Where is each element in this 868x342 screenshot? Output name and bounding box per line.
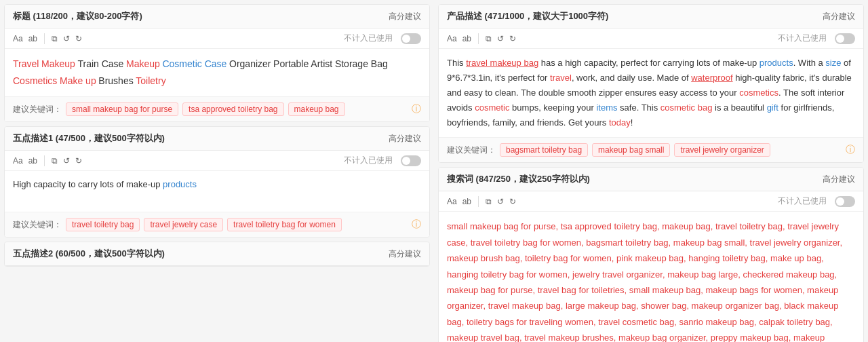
title-word-toiletry: Toiletry [136, 75, 165, 86]
bullet1-info-icon[interactable]: ⓘ [412, 218, 421, 231]
title-panel: 标题 (118/200，建议80-200字符) 高分建议 Aa ab ⧉ ↺ ↻… [4, 4, 430, 122]
bullet1-redo-icon[interactable]: ↻ [75, 156, 82, 166]
title-word-brushes: Brushes [98, 75, 133, 86]
bullet1-content: High capacity to carry lots of make-up p… [5, 171, 429, 212]
bullet1-title: 五点描述1 (47/500，建议500字符以内) [13, 132, 165, 145]
bullet2-title: 五点描述2 (60/500，建议500字符以内) [13, 248, 165, 260]
product-desc-kw-label: 建议关键词： [447, 145, 496, 156]
bullet1-products: products [163, 179, 197, 189]
title-kw-1[interactable]: small makeup bag for purse [66, 102, 178, 116]
title-word-cosmetics: Cosmetics [13, 75, 57, 86]
product-desc-font-ab[interactable]: ab [462, 34, 471, 43]
bullet1-toolbar-sep1 [44, 155, 45, 166]
title-font-aa[interactable]: Aa [13, 34, 23, 43]
title-word-makeup3: Make up [60, 75, 96, 86]
title-content: Travel Makeup Train Case Makeup Cosmetic… [5, 49, 429, 96]
pd-cosmetic3: cosmetic [475, 102, 509, 113]
title-word-organizer: Organizer [229, 58, 271, 69]
main-grid: 标题 (118/200，建议80-200字符) 高分建议 Aa ab ⧉ ↺ ↻… [0, 0, 868, 342]
search-words-font-ab[interactable]: ab [462, 197, 471, 206]
title-word-storage: Storage Bag [335, 58, 388, 69]
title-high-score-btn[interactable]: 高分建议 [389, 11, 421, 22]
search-words-high-score-btn[interactable]: 高分建议 [823, 174, 855, 185]
bullet2-high-score-btn[interactable]: 高分建议 [389, 248, 421, 260]
pd-products: products [760, 58, 793, 68]
title-toolbar-sep1 [44, 33, 45, 44]
search-words-title: 搜索词 (847/250，建议250字符以内) [447, 173, 590, 185]
bullet1-toolbar: Aa ab ⧉ ↺ ↻ 不计入已使用 [5, 151, 429, 171]
pd-size: size [825, 58, 841, 68]
bullet1-copy-icon[interactable]: ⧉ [52, 156, 58, 166]
search-words-sep [478, 196, 479, 207]
title-word-travel: Travel [13, 58, 39, 69]
bullet1-panel: 五点描述1 (47/500，建议500字符以内) 高分建议 Aa ab ⧉ ↺ … [4, 126, 430, 238]
title-word-train: Train Case [77, 58, 123, 69]
title-toolbar: Aa ab ⧉ ↺ ↻ 不计入已使用 [5, 28, 429, 49]
search-words-panel: 搜索词 (847/250，建议250字符以内) 高分建议 Aa ab ⧉ ↺ ↻… [438, 167, 864, 342]
bullet1-kw-3[interactable]: travel toiletry bag for women [227, 218, 342, 231]
product-desc-panel: 产品描述 (471/1000，建议大于1000字符) 高分建议 Aa ab ⧉ … [438, 4, 864, 163]
title-not-count-label: 不计入已使用 [344, 33, 393, 44]
pd-gift: gift [767, 102, 778, 113]
title-font-ab[interactable]: ab [28, 34, 37, 43]
product-desc-font-aa[interactable]: Aa [447, 34, 457, 43]
search-words-content: small makeup bag for purse, tsa approved… [439, 212, 863, 342]
title-toggle[interactable] [401, 33, 421, 44]
product-desc-keywords: 建议关键词： bagsmart toiletry bag makeup bag … [439, 137, 863, 162]
bullet1-kw-1[interactable]: travel toiletry bag [66, 218, 140, 231]
product-desc-header: 产品描述 (471/1000，建议大于1000字符) 高分建议 [439, 5, 863, 28]
product-desc-kw-1[interactable]: bagsmart toiletry bag [500, 143, 588, 157]
sw-text: small makeup bag for purse, tsa approved… [447, 221, 842, 342]
title-keywords: 建议关键词： small makeup bag for purse tsa ap… [5, 96, 429, 121]
title-redo-icon[interactable]: ↻ [75, 34, 82, 43]
search-words-not-count: 不计入已使用 [778, 195, 827, 207]
search-words-font-aa[interactable]: Aa [447, 197, 457, 206]
product-desc-copy[interactable]: ⧉ [486, 34, 492, 43]
pd-waterproof: waterproof [691, 73, 732, 83]
search-words-undo[interactable]: ↺ [497, 197, 504, 206]
title-keywords-label: 建议关键词： [13, 104, 62, 115]
product-desc-redo[interactable]: ↻ [509, 34, 516, 43]
pd-cosmetics2: cosmetics [739, 88, 778, 98]
bullet2-header: 五点描述2 (60/500，建议500字符以内) 高分建议 [5, 242, 429, 266]
bullet1-high-score-btn[interactable]: 高分建议 [389, 133, 421, 145]
product-desc-high-score-btn[interactable]: 高分建议 [823, 11, 855, 22]
product-desc-toolbar: Aa ab ⧉ ↺ ↻ 不计入已使用 [439, 28, 863, 49]
product-desc-kw-2[interactable]: makeup bag small [592, 143, 670, 157]
pd-travel: travel [550, 73, 572, 83]
search-words-redo[interactable]: ↻ [509, 197, 516, 206]
bullet1-font-ab[interactable]: ab [28, 156, 37, 166]
title-info-icon[interactable]: ⓘ [412, 103, 421, 115]
title-copy-icon[interactable]: ⧉ [52, 34, 58, 43]
pd-cosmetic-bag: cosmetic bag [660, 102, 713, 113]
title-kw-2[interactable]: tsa approved toiletry bag [182, 102, 283, 116]
title-word-makeup: Makeup [41, 58, 75, 69]
title-word-portable: Portable Artist [273, 58, 332, 69]
title-panel-header: 标题 (118/200，建议80-200字符) 高分建议 [5, 5, 429, 28]
bullet1-kw-2[interactable]: travel jewelry case [144, 218, 223, 231]
product-desc-sep [478, 33, 479, 44]
product-desc-content: This travel makeup bag has a high capaci… [439, 49, 863, 137]
bullet1-keywords-label: 建议关键词： [13, 219, 62, 231]
bullet1-toggle[interactable] [401, 155, 421, 166]
product-desc-not-count: 不计入已使用 [778, 33, 827, 44]
title-undo-icon[interactable]: ↺ [63, 34, 70, 43]
bullet1-keywords: 建议关键词： travel toiletry bag travel jewelr… [5, 212, 429, 237]
title-panel-title: 标题 (118/200，建议80-200字符) [13, 10, 142, 22]
product-desc-undo[interactable]: ↺ [497, 34, 504, 43]
search-words-copy[interactable]: ⧉ [486, 197, 492, 206]
product-desc-kw-3[interactable]: travel jewelry organizer [674, 143, 770, 157]
product-desc-info-icon[interactable]: ⓘ [846, 144, 855, 156]
bullet1-undo-icon[interactable]: ↺ [63, 156, 70, 166]
product-desc-toggle[interactable] [835, 33, 855, 44]
title-kw-3[interactable]: makeup bag [288, 102, 345, 116]
bullet1-text: High capacity to carry lots of make-up p… [13, 179, 197, 189]
bullet1-header: 五点描述1 (47/500，建议500字符以内) 高分建议 [5, 127, 429, 151]
bullet1-not-count-label: 不计入已使用 [344, 155, 393, 166]
right-column: 产品描述 (471/1000，建议大于1000字符) 高分建议 Aa ab ⧉ … [434, 0, 868, 342]
pd-today: today [609, 117, 631, 128]
search-words-toggle[interactable] [835, 196, 855, 207]
bullet1-font-aa[interactable]: Aa [13, 156, 23, 166]
title-word-makeup2: Makeup [126, 58, 160, 69]
search-words-toolbar: Aa ab ⧉ ↺ ↻ 不计入已使用 [439, 191, 863, 212]
